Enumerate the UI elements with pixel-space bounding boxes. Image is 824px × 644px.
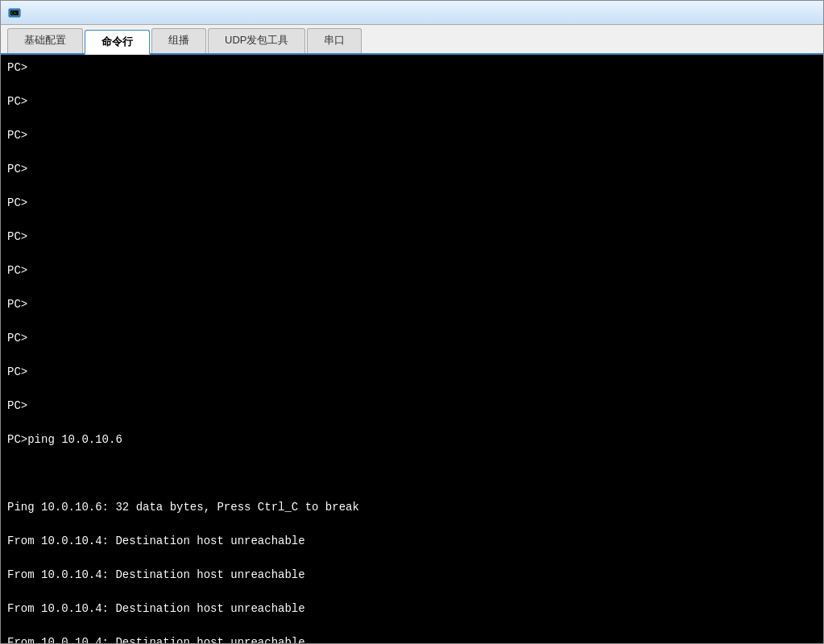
- terminal-line: From 10.0.10.4: Destination host unreach…: [7, 567, 817, 584]
- tab-2[interactable]: 组播: [151, 28, 206, 53]
- terminal-line: PC>: [7, 262, 817, 279]
- terminal-line: PC>: [7, 364, 817, 381]
- window-icon: C>: [7, 6, 22, 20]
- terminal-output[interactable]: PC>PC>PC>PC>PC>PC>PC>PC>PC>PC>PC>PC>ping…: [1, 55, 823, 643]
- terminal-line: PC>: [7, 398, 817, 415]
- terminal-line: PC>: [7, 330, 817, 347]
- terminal-line: [7, 465, 817, 482]
- terminal-line: PC>: [7, 60, 817, 76]
- tab-bar: 基础配置命令行组播UDP发包工具串口: [1, 25, 823, 55]
- title-bar: C>: [1, 1, 823, 25]
- svg-text:C>: C>: [11, 10, 16, 15]
- terminal-line: From 10.0.10.4: Destination host unreach…: [7, 533, 817, 550]
- terminal-line: PC>: [7, 93, 817, 110]
- terminal-line: PC>: [7, 161, 817, 178]
- terminal-line: PC>: [7, 229, 817, 246]
- terminal-line: From 10.0.10.4: Destination host unreach…: [7, 634, 817, 643]
- terminal-line: PC>: [7, 296, 817, 313]
- main-window: C> 基础配置命令行组播UDP发包工具串口 PC>PC>PC>PC>PC>PC>…: [0, 0, 824, 644]
- tab-1[interactable]: 命令行: [85, 30, 150, 55]
- terminal-line: Ping 10.0.10.6: 32 data bytes, Press Ctr…: [7, 499, 817, 516]
- tab-3[interactable]: UDP发包工具: [208, 28, 305, 53]
- tab-0[interactable]: 基础配置: [7, 28, 83, 53]
- terminal-line: PC>: [7, 195, 817, 212]
- terminal-line: PC>ping 10.0.10.6: [7, 431, 817, 448]
- terminal-line: PC>: [7, 127, 817, 144]
- tab-4[interactable]: 串口: [307, 28, 362, 53]
- terminal-line: From 10.0.10.4: Destination host unreach…: [7, 601, 817, 617]
